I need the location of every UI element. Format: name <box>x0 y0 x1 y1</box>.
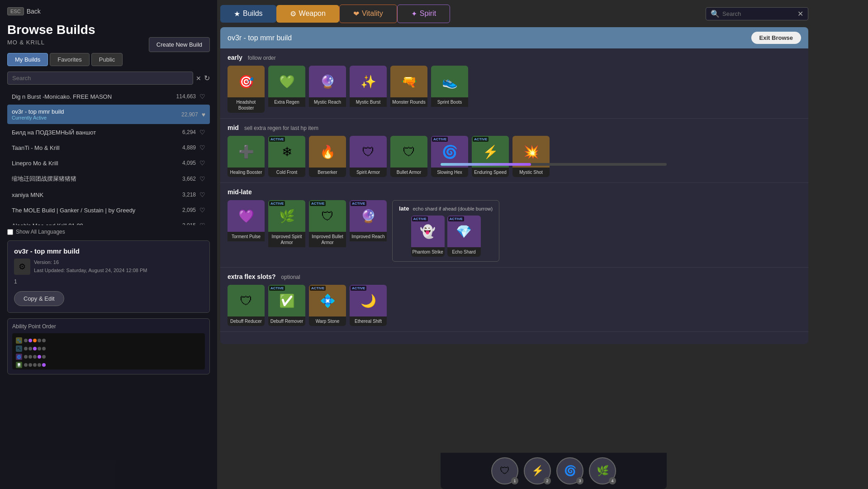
ability-button-3[interactable]: 🌀 3 <box>556 457 583 484</box>
search-clear-button[interactable]: ✕ <box>196 75 201 82</box>
nav-search-input[interactable] <box>722 10 795 17</box>
ability-dot <box>42 355 46 359</box>
item-debuff-reducer-name: Debuff Reducer <box>228 316 265 326</box>
item-extra-regen-name: Extra Regen <box>268 97 305 107</box>
exit-browse-button[interactable]: Exit Browse <box>751 32 801 44</box>
item-monster-rounds-name: Monster Rounds <box>390 97 427 107</box>
extra-note: optional <box>281 274 300 280</box>
ability-button-1[interactable]: 🛡 1 <box>491 457 518 484</box>
list-item[interactable]: Linepro Mo & Krill 4,095 ♡ <box>7 156 210 170</box>
nav-tab-weapon[interactable]: ⚙ Weapon <box>276 5 339 23</box>
tab-favorites[interactable]: Favorites <box>50 53 89 66</box>
list-item[interactable]: xaniya MNK 3,218 ♡ <box>7 187 210 202</box>
item-torment-pulse-bg: 💜 <box>228 200 265 232</box>
build-list: Dig n Burst -Monicako. FREE MASON 114,66… <box>7 89 210 225</box>
nav-tab-builds[interactable]: ★ Builds <box>220 5 276 23</box>
ability-button-4[interactable]: 🌿 4 <box>589 457 616 484</box>
item-extra-regen-bg: 💚 <box>268 66 305 97</box>
item-mystic-burst-name: Mystic Burst <box>350 97 387 107</box>
list-item[interactable]: Aleeh's Moe and Krill 01.09 2,015 ♡ <box>7 218 210 225</box>
item-extra-regen[interactable]: 💚 Extra Regen <box>268 66 305 113</box>
ability-button-2[interactable]: ⚡ 2 <box>524 457 551 484</box>
item-headshot-booster[interactable]: 🎯 Headshot Booster <box>228 66 265 113</box>
ability-order-section: Ability Point Order 🐾 ⛏ <box>7 318 210 374</box>
search-box <box>7 72 193 85</box>
item-improved-spirit-armor-name: Improved Spirit Armor <box>268 232 305 247</box>
active-badge: ACTIVE <box>448 216 464 221</box>
item-monster-rounds[interactable]: 🔫 Monster Rounds <box>390 66 427 113</box>
nav-search: 🔍 ✕ <box>706 7 808 20</box>
item-healing-booster-bg: ➕ <box>228 136 265 168</box>
bullet-armor-icon: 🛡 <box>403 144 415 159</box>
list-item-selected[interactable]: ov3r - top mmr build Currently Active 22… <box>7 105 210 124</box>
item-monster-rounds-bg: 🔫 <box>390 66 427 97</box>
nav-tab-spirit[interactable]: ✦ Spirit <box>397 5 450 23</box>
extra-section: extra flex slots? optional 🛡 Debuff Redu… <box>220 268 808 332</box>
item-headshot-name: Headshot Booster <box>228 97 265 113</box>
item-enduring-speed-name: Enduring Speed <box>472 168 509 177</box>
copy-edit-button[interactable]: Copy & Edit <box>14 291 64 306</box>
item-improved-reach[interactable]: ACTIVE 🔮 Improved Reach <box>350 200 387 262</box>
item-sprint-boots[interactable]: 👟 Sprint Boots <box>431 66 468 113</box>
ability-4-icon: 🌿 <box>597 465 609 477</box>
active-badge: ACTIVE <box>351 201 366 206</box>
nav-tab-vitality[interactable]: ❤ Vitality <box>339 5 397 23</box>
back-button[interactable]: ESC Back <box>7 7 210 15</box>
item-phantom-strike[interactable]: ACTIVE 👻 Phantom Strike <box>411 216 445 257</box>
create-build-button[interactable]: Create New Build <box>149 37 210 52</box>
item-mystic-burst-bg: ✨ <box>350 66 387 97</box>
item-berserker[interactable]: 🔥 Berserker <box>309 136 346 177</box>
tab-public[interactable]: Public <box>91 53 123 66</box>
build-header-title: ov3r - top mmr build <box>228 34 292 42</box>
list-item[interactable]: Билд на ПОДЗЕМНЫЙ ваншот 6,294 ♡ <box>7 125 210 139</box>
ability-dot <box>33 363 37 367</box>
item-improved-bullet-armor[interactable]: ACTIVE 🛡 Improved Bullet Armor <box>309 200 346 262</box>
search-input[interactable] <box>12 75 188 82</box>
item-torment-pulse[interactable]: 💜 Torment Pulse <box>228 200 265 262</box>
esc-badge: ESC <box>7 7 24 15</box>
ability-dot <box>28 347 32 350</box>
warp-stone-icon: 💠 <box>320 293 336 308</box>
active-badge: ACTIVE <box>432 137 448 142</box>
item-ethereal-shift-name: Ethereal Shift <box>350 316 387 326</box>
item-debuff-remover[interactable]: ACTIVE ✅ Debuff Remover <box>268 285 305 326</box>
build-content: ov3r - top mmr build Exit Browse early f… <box>220 27 808 344</box>
tab-my-builds[interactable]: My Builds <box>7 53 48 66</box>
item-enduring-speed[interactable]: ACTIVE ⚡ Enduring Speed <box>472 136 509 177</box>
item-bullet-armor[interactable]: 🛡 Bullet Armor <box>390 136 427 177</box>
item-echo-shard[interactable]: ACTIVE 💎 Echo Shard <box>447 216 481 257</box>
item-mystic-burst[interactable]: ✨ Mystic Burst <box>350 66 387 113</box>
item-slowing-hex[interactable]: ACTIVE 🌀 Slowing Hex <box>431 136 468 177</box>
item-mystic-reach[interactable]: 🔮 Mystic Reach <box>309 66 346 113</box>
list-item[interactable]: The MOLE Build | Ganker / Sustain | by G… <box>7 203 210 217</box>
list-item[interactable]: TaanTi - Mo & Krill 4,889 ♡ <box>7 140 210 155</box>
item-spirit-armor[interactable]: 🛡 Spirit Armor <box>350 136 387 177</box>
ability-dot <box>24 339 28 342</box>
item-improved-spirit-armor[interactable]: ACTIVE 🌿 Improved Spirit Armor <box>268 200 305 262</box>
active-badge: ACTIVE <box>269 201 285 206</box>
item-improved-spirit-armor-bg: ACTIVE 🌿 <box>268 200 305 232</box>
refresh-button[interactable]: ↻ <box>204 74 210 82</box>
list-item[interactable]: Dig n Burst -Monicako. FREE MASON 114,66… <box>7 89 210 104</box>
show-all-languages-label: Show All Languages <box>7 229 210 235</box>
item-debuff-reducer[interactable]: 🛡 Debuff Reducer <box>228 285 265 326</box>
ability-order-title: Ability Point Order <box>12 323 205 330</box>
item-warp-stone[interactable]: ACTIVE 💠 Warp Stone <box>309 285 346 326</box>
item-spirit-armor-bg: 🛡 <box>350 136 387 168</box>
ability-dot <box>24 355 28 359</box>
early-note: follow order <box>248 55 276 61</box>
item-improved-reach-name: Improved Reach <box>350 232 387 241</box>
ability-icon-2: ⛏ <box>16 345 22 352</box>
late-items: ACTIVE 👻 Phantom Strike ACTIVE 💎 Echo Sh… <box>399 216 493 257</box>
list-item[interactable]: 缩地迁回团战摆屎猪猪猪 3,662 ♡ <box>7 171 210 187</box>
item-cold-front[interactable]: ACTIVE ❄ Cold Front <box>268 136 305 177</box>
sprint-boots-icon: 👟 <box>442 74 458 89</box>
item-mystic-shot[interactable]: 💥 Mystic Shot <box>512 136 550 177</box>
show-languages-checkbox[interactable] <box>7 229 13 235</box>
item-healing-booster[interactable]: ➕ Healing Booster <box>228 136 265 177</box>
close-icon[interactable]: ✕ <box>797 10 803 18</box>
item-ethereal-shift[interactable]: ACTIVE 🌙 Ethereal Shift <box>350 285 387 326</box>
scroll-bar[interactable] <box>441 163 667 166</box>
item-improved-bullet-armor-bg: ACTIVE 🛡 <box>309 200 346 232</box>
bottom-ability-bar: 🛡 1 ⚡ 2 🌀 3 🌿 4 <box>441 453 667 489</box>
